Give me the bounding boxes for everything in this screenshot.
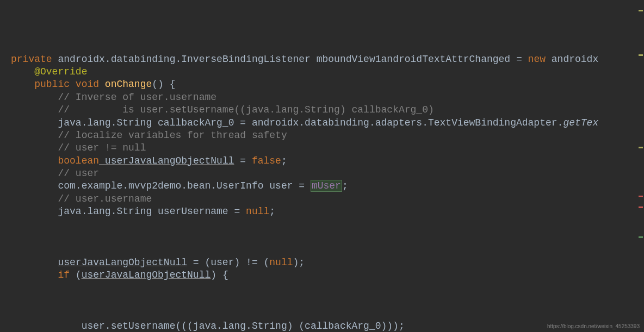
- code-text: androidx.databinding.InverseBindingListe…: [52, 54, 528, 65]
- code-line: if (userJavaLangObjectNull) {: [11, 269, 644, 281]
- code-text: ;: [269, 206, 275, 217]
- code-line: @Override: [11, 66, 644, 78]
- gutter-mark-warning[interactable]: [639, 147, 643, 148]
- comment: // user != null: [58, 142, 146, 153]
- code-line: userJavaLangObjectNull = (user) != (null…: [11, 256, 644, 269]
- code-line: private androidx.databinding.InverseBind…: [11, 53, 644, 66]
- watermark-text: https://blog.csdn.net/weixin_45253393: [547, 323, 640, 330]
- code-text: user.setUsername(((java.lang.String) (ca…: [82, 321, 405, 331]
- keyword-public: public: [34, 79, 70, 90]
- comment: // user.username: [58, 193, 152, 204]
- code-line: // user: [11, 167, 644, 180]
- code-line: boolean userJavaLangObjectNull = false;: [11, 155, 644, 167]
- code-line: [11, 231, 644, 243]
- code-text: ) {: [210, 270, 228, 280]
- code-text: androidx: [546, 54, 598, 65]
- keyword-if: if: [58, 270, 70, 280]
- code-line: java.lang.String callbackArg_0 = android…: [11, 117, 644, 129]
- code-text: = (user) != (: [187, 257, 269, 268]
- field-reference: mUser: [311, 180, 342, 192]
- code-text: =: [234, 155, 252, 166]
- code-text: com.example.mvvp2demo.bean.UserInfo user…: [58, 180, 310, 191]
- code-line: // user.username: [11, 193, 644, 205]
- comment: // Inverse of user.username: [58, 92, 216, 103]
- gutter-mark-error[interactable]: [639, 206, 643, 208]
- code-text: java.lang.String callbackArg_0 = android…: [58, 117, 563, 128]
- keyword-void: void: [70, 79, 99, 90]
- static-method: getTex: [563, 117, 598, 128]
- comment: // is user.setUsername((java.lang.String…: [58, 104, 434, 115]
- variable-name: userJavaLangObjectNull: [99, 155, 234, 166]
- editor-gutter-marks: [639, 0, 643, 332]
- comment: // user: [58, 168, 99, 179]
- keyword-new: new: [528, 54, 546, 65]
- keyword-null: null: [269, 257, 293, 268]
- code-text: ;: [281, 155, 287, 166]
- gutter-mark-warning[interactable]: [639, 54, 643, 56]
- code-line: [11, 307, 644, 320]
- annotation: @Override: [34, 66, 87, 77]
- code-line: [11, 282, 644, 295]
- code-line: // localize variables for thread safety: [11, 129, 644, 142]
- keyword-boolean: boolean: [58, 155, 99, 166]
- gutter-mark-info[interactable]: [639, 236, 643, 238]
- code-editor[interactable]: private androidx.databinding.InverseBind…: [11, 53, 644, 332]
- code-text: () {: [152, 79, 175, 90]
- code-line: [11, 243, 644, 256]
- code-line: [11, 295, 644, 307]
- gutter-mark-error[interactable]: [639, 196, 643, 197]
- code-line: public void onChange() {: [11, 78, 644, 91]
- variable-name: userJavaLangObjectNull: [82, 270, 211, 280]
- variable-name: userJavaLangObjectNull: [58, 257, 187, 268]
- keyword-null: null: [246, 206, 269, 217]
- keyword-false: false: [252, 155, 281, 166]
- code-text: );: [293, 257, 305, 268]
- code-line: // Inverse of user.username: [11, 91, 644, 104]
- keyword-private: private: [11, 54, 52, 65]
- code-text: java.lang.String userUsername =: [58, 206, 246, 217]
- code-line: [11, 218, 644, 231]
- code-text: (: [70, 270, 82, 280]
- comment: // localize variables for thread safety: [58, 130, 287, 141]
- code-line: java.lang.String userUsername = null;: [11, 205, 644, 218]
- gutter-mark-warning[interactable]: [639, 10, 643, 11]
- code-text: ;: [342, 180, 348, 191]
- code-line: // is user.setUsername((java.lang.String…: [11, 104, 644, 116]
- code-line: // user != null: [11, 142, 644, 154]
- method-name: onChange: [99, 79, 152, 90]
- code-line: com.example.mvvp2demo.bean.UserInfo user…: [11, 180, 644, 192]
